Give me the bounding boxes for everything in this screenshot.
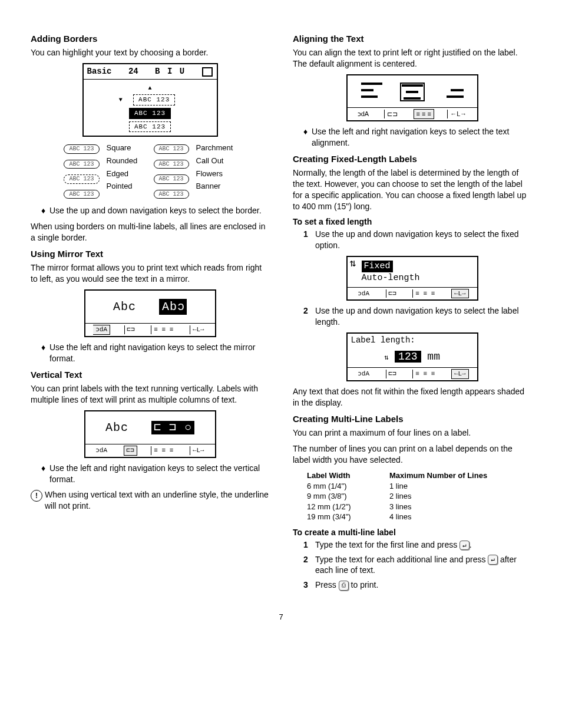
multiline-table: Label Width Maximum Number of Lines 6 mm… (307, 470, 531, 522)
step-number: 2 (303, 305, 315, 328)
bullet-align: ♦ Use the left and right navigation keys… (293, 126, 531, 149)
table-row: 19 mm (3/4") 4 lines (307, 512, 531, 522)
figure-border-lcd: Basic 24 B I U ▲▼ ABC 123 ABC 123 ABC 12… (82, 63, 218, 137)
status-bar-fixed: ɔdA ⊏⊐ ≡ ≡ ≡ ←L→ (348, 288, 477, 300)
status-mirror-icon: ɔdA (355, 110, 371, 118)
table-cell: 19 mm (3/4") (307, 512, 389, 522)
table-header-width: Label Width (307, 470, 389, 481)
step-number: 3 (303, 579, 315, 591)
border-sample-3: ABC 123 (129, 121, 171, 133)
border-pill-parchment: ABC 123 (154, 144, 189, 154)
border-sample-1: ABC 123 (133, 94, 175, 106)
status-mirror-icon: ɔdA (93, 446, 110, 455)
text-adding-borders-intro: You can highlight your text by choosing … (31, 47, 269, 58)
border-style-table: ABC 123 ABC 123 ABC 123 ABC 123 Square R… (31, 143, 269, 200)
border-pill-pointed: ABC 123 (64, 190, 99, 199)
table-cell: 12 mm (1/2") (307, 502, 389, 512)
bullet-border-nav: ♦ Use the up and down navigation keys to… (31, 205, 269, 216)
border-label-pointed: Pointed (107, 181, 147, 192)
border-pill-callout: ABC 123 (154, 160, 189, 169)
diamond-bullet-icon: ♦ (41, 205, 49, 216)
step-text: Type the text for the first line and pre… (315, 540, 459, 549)
bullet-border-text: Use the up and down navigation keys to s… (49, 205, 262, 216)
border-pill-banner: ABC 123 (154, 190, 189, 199)
status-length-icon: ←L→ (190, 446, 207, 455)
lcd-size: 24 (128, 66, 138, 77)
fixed-option-selected: Fixed (362, 261, 393, 272)
border-label-edged: Edged (107, 169, 147, 179)
figure-vertical-lcd: Abc ⊏ ⊐ ○ ɔdA ⊏⊐ ≡ ≡ ≡ ←L→ (84, 410, 216, 458)
table-cell: 4 lines (389, 512, 507, 522)
border-indicator-icon (202, 67, 213, 77)
print-key-icon: ⎙ (339, 581, 349, 591)
vertical-normal-text: Abc (105, 421, 128, 434)
border-pill-flowers: ABC 123 (154, 174, 189, 184)
figure-fixed-option-lcd: ⇅ Fixed Auto-length ɔdA ⊏⊐ ≡ ≡ ≡ ←L→ (346, 256, 478, 301)
heading-multiline: Creating Multi-Line Labels (293, 413, 531, 425)
border-label-flowers: Flowers (196, 169, 236, 179)
step-multiline-2-content: Type the text for each additional line a… (315, 554, 531, 577)
status-mirror-icon: ɔdA (355, 370, 372, 378)
table-row: 6 mm (1/4") 1 line (307, 481, 531, 492)
lcd-title: Basic (87, 66, 112, 77)
text-multiline-intro1: You can print a maximum of four lines on… (293, 427, 531, 439)
border-pill-rounded: ABC 123 (64, 160, 99, 169)
status-length-icon: ←L→ (447, 110, 469, 118)
step-fixed-1-text: Use the up and down navigation keys to s… (315, 229, 531, 251)
label-length-title: Label length: (348, 334, 477, 347)
text-fixed-note: Any text that does not fit within the fi… (293, 386, 531, 409)
step-fixed-2-text: Use the up and down navigation keys to s… (315, 305, 531, 328)
caution-icon: ! (31, 490, 42, 502)
step-number: 1 (303, 229, 315, 251)
mirror-normal-text: Abc (113, 300, 136, 314)
table-cell: 1 line (389, 481, 507, 492)
label-length-unit: mm (427, 351, 440, 363)
lcd-style: B I U (155, 66, 186, 77)
table-row: 12 mm (1/2") 3 lines (307, 502, 531, 512)
right-column: Aligning the Text You can align the text… (293, 28, 531, 594)
enter-key-icon: ↵ (459, 541, 470, 551)
border-label-square: Square (107, 143, 147, 153)
bullet-mirror-text: Use the left and right navigation keys t… (49, 342, 269, 364)
heading-vertical: Vertical Text (31, 369, 269, 381)
table-cell: 2 lines (389, 491, 507, 502)
heading-fixed: Creating Fixed-Length Labels (293, 153, 531, 165)
diamond-bullet-icon: ♦ (41, 463, 49, 485)
diamond-bullet-icon: ♦ (41, 342, 49, 364)
text-vertical-intro: You can print labels with the text runni… (31, 383, 269, 406)
align-right-icon (442, 83, 464, 98)
caution-vertical-text: When using vertical text with an underli… (45, 489, 269, 512)
border-label-parchment: Parchment (196, 143, 236, 153)
bullet-align-text: Use the left and right navigation keys t… (312, 126, 531, 149)
mirror-reversed-text: cdA (159, 299, 187, 315)
status-bar-vertical: ɔdA ⊏⊐ ≡ ≡ ≡ ←L→ (85, 444, 215, 457)
heading-fixed-to-set: To set a fixed length (293, 216, 531, 228)
align-left-icon (361, 83, 382, 98)
label-length-value: 123 (395, 351, 421, 363)
border-pill-edged: ABC 123 (64, 174, 99, 184)
status-length-icon: ←L→ (451, 289, 469, 299)
up-down-arrow-icon: ⇅ (384, 354, 388, 362)
figure-mirror-lcd: Abc cdA ɔdA ⊏⊐ ≡ ≡ ≡ ←L→ (84, 289, 216, 337)
diamond-bullet-icon: ♦ (303, 126, 312, 149)
status-align-icon: ≡ ≡ ≡ (414, 109, 434, 119)
step-multiline-3-content: Press ⎙ to print. (315, 579, 378, 591)
status-length-icon: ←L→ (451, 369, 469, 379)
auto-length-option: Auto-length (362, 273, 420, 283)
heading-multiline-create: To create a multi-line label (293, 527, 531, 538)
status-mirror-icon: ɔdA (355, 289, 372, 298)
bullet-vertical-text: Use the left and right navigation keys t… (49, 463, 269, 485)
status-align-icon: ≡ ≡ ≡ (412, 370, 437, 378)
step-text: Press (315, 580, 339, 589)
border-label-rounded: Rounded (107, 156, 147, 166)
table-cell: 6 mm (1/4") (307, 481, 389, 492)
figure-label-length-lcd: Label length: ⇅ 123 mm ɔdA ⊏⊐ ≡ ≡ ≡ ←L→ (346, 332, 478, 381)
step-text: to print. (351, 580, 379, 589)
left-column: Adding Borders You can highlight your te… (31, 28, 269, 594)
page-columns: Adding Borders You can highlight your te… (31, 28, 531, 594)
caution-vertical: ! When using vertical text with an under… (31, 489, 269, 512)
step-fixed-2: 2 Use the up and down navigation keys to… (303, 305, 531, 328)
table-row: 9 mm (3/8") 2 lines (307, 491, 531, 502)
lcd-border-screen: Basic 24 B I U ▲▼ ABC 123 ABC 123 ABC 12… (82, 63, 218, 137)
step-multiline-1-content: Type the text for the first line and pre… (315, 539, 472, 551)
